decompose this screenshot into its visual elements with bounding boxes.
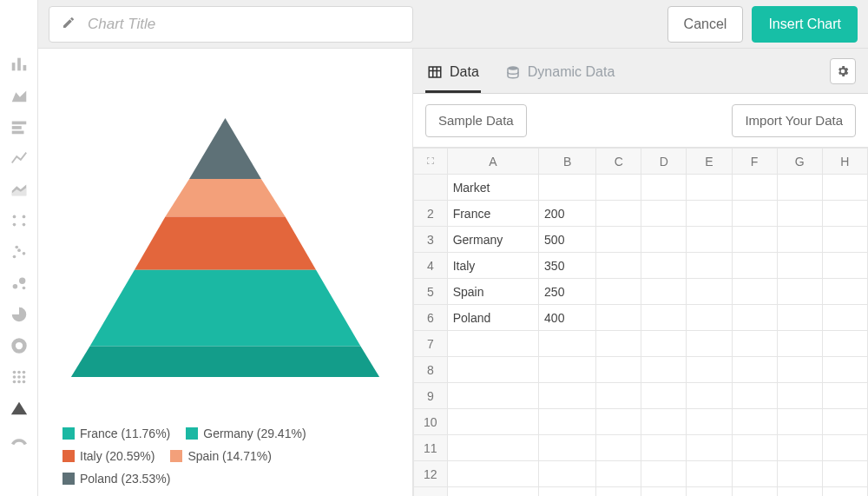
data-tab-bar: Data Dynamic Data — [413, 49, 868, 94]
row-header[interactable]: 7 — [414, 331, 448, 357]
svg-point-11 — [17, 248, 21, 252]
row-header[interactable]: 13 — [414, 487, 448, 497]
row-header[interactable]: 3 — [414, 227, 448, 253]
row-header[interactable]: 12 — [414, 461, 448, 487]
cell[interactable]: Germany — [447, 227, 538, 253]
settings-button[interactable] — [830, 58, 856, 84]
legend-item: Germany (29.41%) — [186, 427, 306, 440]
col-header[interactable]: G — [777, 149, 822, 175]
svg-point-15 — [19, 278, 25, 284]
svg-point-25 — [17, 380, 21, 384]
sample-data-button[interactable]: Sample Data — [425, 104, 527, 137]
cell[interactable]: 500 — [539, 227, 596, 253]
row-header[interactable]: 5 — [414, 279, 448, 305]
row-header[interactable]: 10 — [414, 409, 448, 435]
select-all-corner[interactable] — [414, 149, 448, 175]
bar-chart-icon[interactable] — [7, 52, 31, 76]
svg-marker-28 — [165, 179, 285, 216]
legend-item: France (11.76%) — [62, 427, 170, 440]
svg-marker-30 — [90, 269, 361, 346]
svg-point-14 — [12, 284, 17, 289]
svg-rect-32 — [429, 67, 441, 77]
pencil-icon — [62, 16, 76, 33]
col-header[interactable]: B — [539, 149, 596, 175]
cell[interactable] — [539, 175, 596, 201]
area-chart-icon[interactable] — [7, 83, 31, 108]
spreadsheet[interactable]: A B C D E F G H Market 2France200 3Germa… — [413, 148, 868, 496]
svg-marker-31 — [71, 346, 379, 377]
svg-rect-0 — [11, 63, 15, 70]
col-header[interactable]: A — [447, 149, 538, 175]
row-header[interactable]: 11 — [414, 435, 448, 461]
data-panel: Data Dynamic Data Sample Data Import You… — [413, 49, 868, 496]
svg-point-10 — [12, 255, 16, 259]
chart-type-rail — [0, 0, 38, 496]
chart-preview-panel: France (11.76%) Germany (29.41%) Italy (… — [38, 49, 413, 496]
chart-title-box[interactable] — [49, 6, 413, 43]
line-chart-icon[interactable] — [7, 146, 31, 170]
svg-rect-3 — [11, 122, 26, 125]
top-bar: Cancel Insert Chart — [38, 0, 868, 49]
cell[interactable]: 400 — [539, 305, 596, 331]
row-header[interactable]: 4 — [414, 253, 448, 279]
col-header[interactable]: C — [596, 149, 641, 175]
svg-point-16 — [22, 287, 25, 290]
svg-point-21 — [12, 375, 16, 379]
pie-icon[interactable] — [7, 302, 31, 327]
svg-point-24 — [12, 380, 16, 384]
svg-point-19 — [17, 371, 21, 374]
scatter-icon[interactable] — [7, 240, 31, 264]
row-header[interactable] — [414, 175, 448, 201]
chart-legend: France (11.76%) Germany (29.41%) Italy (… — [62, 421, 388, 489]
svg-point-6 — [12, 215, 16, 219]
gauge-icon[interactable] — [7, 427, 31, 452]
cell[interactable]: Italy — [447, 253, 538, 279]
col-header[interactable]: D — [641, 149, 687, 175]
cell[interactable]: 350 — [539, 253, 596, 279]
legend-item: Spain (14.71%) — [170, 449, 272, 463]
svg-point-8 — [12, 223, 16, 227]
legend-item: Italy (20.59%) — [62, 449, 155, 463]
svg-point-20 — [22, 371, 25, 374]
row-header[interactable]: 6 — [414, 305, 448, 331]
bubble-icon[interactable] — [7, 271, 31, 295]
svg-point-12 — [22, 252, 25, 255]
cell[interactable]: 250 — [539, 279, 596, 305]
svg-marker-29 — [135, 216, 316, 269]
pyramid-icon[interactable] — [7, 396, 31, 420]
dumbbell-icon[interactable] — [7, 208, 31, 233]
col-header[interactable]: F — [732, 149, 777, 175]
stacked-bar-icon[interactable] — [7, 115, 31, 139]
svg-rect-4 — [11, 126, 21, 129]
svg-point-17 — [13, 341, 24, 352]
tab-dynamic-data[interactable]: Dynamic Data — [503, 54, 616, 93]
donut-icon[interactable] — [7, 334, 31, 358]
svg-point-26 — [22, 380, 25, 384]
svg-marker-27 — [189, 118, 261, 179]
insert-chart-button[interactable]: Insert Chart — [752, 6, 858, 43]
stacked-area-icon[interactable] — [7, 177, 31, 202]
import-data-button[interactable]: Import Your Data — [732, 104, 856, 137]
svg-point-23 — [22, 375, 25, 379]
tab-data[interactable]: Data — [425, 54, 481, 93]
col-header[interactable]: H — [822, 149, 867, 175]
svg-rect-2 — [23, 65, 26, 70]
row-header[interactable]: 2 — [414, 201, 448, 227]
col-header[interactable]: E — [687, 149, 732, 175]
cell[interactable]: Spain — [447, 279, 538, 305]
cell[interactable]: 200 — [539, 201, 596, 227]
matrix-icon[interactable] — [7, 365, 31, 389]
data-tools: Sample Data Import Your Data — [413, 94, 868, 148]
cell[interactable]: Market — [447, 175, 538, 201]
svg-point-13 — [15, 246, 18, 249]
legend-item: Poland (23.53%) — [62, 472, 170, 486]
cell[interactable]: Poland — [447, 305, 538, 331]
row-header[interactable]: 8 — [414, 357, 448, 383]
pyramid-chart — [62, 75, 388, 421]
row-header[interactable]: 9 — [414, 383, 448, 409]
cancel-button[interactable]: Cancel — [667, 6, 744, 43]
svg-point-18 — [12, 371, 16, 374]
chart-title-input[interactable] — [88, 16, 400, 33]
cell[interactable]: France — [447, 201, 538, 227]
svg-rect-1 — [17, 58, 21, 71]
